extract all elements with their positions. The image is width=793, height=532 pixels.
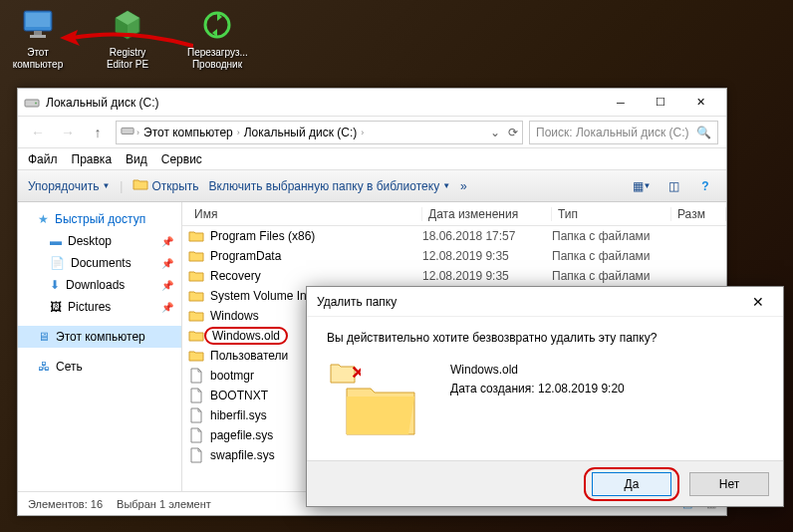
maximize-button[interactable]: ☐	[641, 90, 680, 116]
row-type: Папка с файлами	[552, 269, 671, 283]
menu-tools[interactable]: Сервис	[161, 152, 202, 166]
dialog-buttons: Да Нет	[307, 460, 783, 506]
file-icon	[188, 427, 204, 443]
menu-view[interactable]: Вид	[126, 152, 147, 166]
chevron-right-icon: ›	[136, 128, 139, 137]
file-icon	[188, 447, 204, 463]
more-button[interactable]: »	[460, 179, 467, 193]
chevron-down-icon: ▼	[102, 181, 110, 190]
row-date: 18.06.2018 17:57	[422, 229, 552, 243]
file-icon	[188, 407, 204, 423]
nav-documents[interactable]: 📄Documents📌	[18, 252, 181, 274]
menu-file[interactable]: Файл	[28, 152, 58, 166]
col-name[interactable]: Имя	[188, 207, 422, 221]
file-icon	[188, 368, 204, 384]
chevron-right-icon: ›	[361, 128, 364, 137]
forward-button[interactable]: →	[56, 121, 80, 144]
view-options-button[interactable]: ▦ ▼	[631, 175, 653, 197]
row-type: Папка с файлами	[552, 249, 671, 263]
desktop-icon-thispc[interactable]: Этот компьютер	[8, 5, 68, 71]
close-button[interactable]: ✕	[680, 90, 720, 116]
desktop-icon-label: Этот компьютер	[8, 47, 68, 71]
yes-button[interactable]: Да	[592, 472, 671, 496]
nav-thispc[interactable]: 🖥Этот компьютер	[18, 326, 181, 348]
dialog-titlebar[interactable]: Удалить папку ✕	[307, 287, 783, 317]
desktop-icon-regedit[interactable]: Registry Editor PE	[98, 5, 157, 71]
titlebar[interactable]: Локальный диск (C:) ─ ☐ ✕	[18, 89, 726, 117]
address-bar-row: ← → ↑ › Этот компьютер › Локальный диск …	[18, 117, 726, 148]
table-row[interactable]: ProgramData12.08.2019 9:35Папка с файлам…	[182, 246, 726, 266]
star-icon: ★	[38, 212, 49, 226]
refresh-icon[interactable]: ⟳	[508, 126, 518, 139]
nav-network[interactable]: 🖧Сеть	[18, 356, 181, 378]
desktop-icon-restart-explorer[interactable]: Перезагруз... Проводник	[187, 5, 247, 71]
svg-rect-1	[26, 13, 50, 27]
svg-point-6	[35, 102, 37, 104]
download-icon: ⬇	[50, 278, 60, 292]
dialog-folder-name: Windows.old	[450, 361, 625, 380]
no-button[interactable]: Нет	[689, 472, 769, 496]
picture-icon: 🖼	[50, 300, 62, 314]
yes-ring-annotation: Да	[584, 467, 679, 501]
nav-desktop[interactable]: ▬Desktop📌	[18, 230, 181, 252]
row-date: 12.08.2019 9:35	[422, 249, 552, 263]
breadcrumb-root[interactable]: Этот компьютер	[141, 126, 235, 139]
folder-icon	[188, 268, 204, 284]
help-button[interactable]: ?	[694, 175, 716, 197]
pin-icon: 📌	[161, 236, 173, 247]
breadcrumb-current[interactable]: Локальный диск (C:)	[242, 126, 360, 139]
folder-open-icon	[132, 177, 148, 194]
nav-pictures[interactable]: 🖼Pictures📌	[18, 296, 181, 318]
folder-icon	[188, 288, 204, 304]
monitor-icon	[18, 5, 58, 45]
svg-rect-3	[30, 35, 46, 38]
nav-tree: ★ Быстрый доступ ▬Desktop📌 📄Documents📌 ⬇…	[18, 202, 182, 491]
row-name: Program Files (x86)	[210, 229, 422, 243]
status-selected: Выбран 1 элемент	[117, 498, 211, 510]
col-date[interactable]: Дата изменения	[422, 207, 552, 221]
col-size[interactable]: Разм	[671, 207, 726, 221]
minimize-button[interactable]: ─	[601, 90, 641, 116]
folder-large-icon: ✕	[327, 357, 426, 436]
open-button[interactable]: Открыть	[132, 177, 198, 194]
desktop-icon-label: Перезагруз... Проводник	[187, 47, 247, 71]
include-button[interactable]: Включить выбранную папку в библиотеку ▼	[209, 179, 450, 193]
pin-icon: 📌	[161, 302, 173, 313]
nav-downloads[interactable]: ⬇Downloads📌	[18, 274, 181, 296]
chevron-down-icon: ▼	[442, 181, 450, 190]
monitor-icon: 🖥	[38, 330, 50, 344]
svg-rect-2	[34, 31, 42, 35]
address-bar[interactable]: › Этот компьютер › Локальный диск (C:) ›…	[116, 121, 523, 144]
refresh-icon	[197, 5, 237, 45]
window-title: Локальный диск (C:)	[46, 96, 601, 110]
menu-edit[interactable]: Правка	[72, 152, 113, 166]
folder-icon	[188, 308, 204, 324]
dialog-close-button[interactable]: ✕	[743, 289, 773, 315]
nav-quick-access[interactable]: ★ Быстрый доступ	[18, 208, 181, 230]
col-type[interactable]: Тип	[552, 207, 671, 221]
desktop-icon: ▬	[50, 234, 62, 248]
network-icon: 🖧	[38, 360, 50, 374]
document-icon: 📄	[50, 256, 65, 270]
row-name: ProgramData	[210, 249, 422, 263]
preview-pane-button[interactable]: ◫	[662, 175, 684, 197]
search-input[interactable]: Поиск: Локальный диск (C:) 🔍	[529, 121, 718, 144]
dialog-created: Дата создания: 12.08.2019 9:20	[450, 380, 625, 399]
svg-rect-7	[122, 128, 133, 133]
folder-icon	[188, 348, 204, 364]
table-row[interactable]: Program Files (x86)18.06.2018 17:57Папка…	[182, 226, 726, 246]
desktop-icons: Этот компьютер Registry Editor PE Переза…	[8, 5, 247, 71]
table-row[interactable]: Recovery12.08.2019 9:35Папка с файлами	[182, 266, 726, 286]
dropdown-icon[interactable]: ⌄	[490, 126, 500, 139]
search-icon: 🔍	[696, 126, 711, 139]
status-count: Элементов: 16	[28, 498, 103, 510]
up-button[interactable]: ↑	[86, 121, 110, 144]
column-headers: Имя Дата изменения Тип Разм	[182, 202, 726, 226]
search-placeholder: Поиск: Локальный диск (C:)	[536, 126, 688, 139]
delete-dialog: Удалить папку ✕ Вы действительно хотите …	[306, 286, 784, 507]
folder-icon	[188, 248, 204, 264]
back-button[interactable]: ←	[26, 121, 50, 144]
organize-button[interactable]: Упорядочить ▼	[28, 179, 110, 193]
dialog-title: Удалить папку	[317, 295, 396, 309]
drive-icon	[24, 95, 40, 111]
